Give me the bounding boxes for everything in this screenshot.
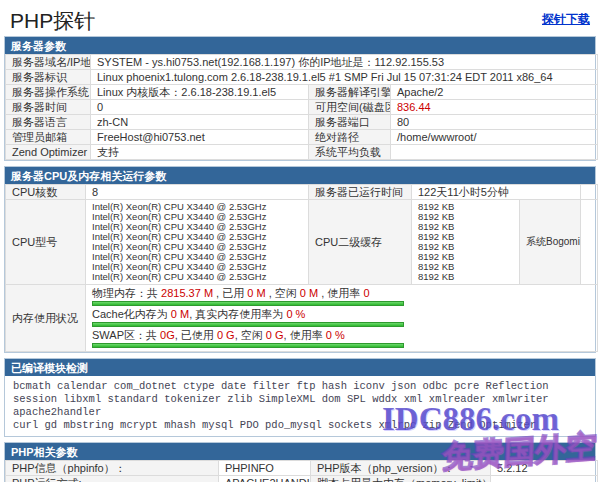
table-row: 服务器时间 0 可用空间(磁盘区) 836.44 — [6, 100, 598, 115]
row-value: APACHE2HANDLER — [219, 476, 311, 482]
php-params-table: PHP信息（phpinfo）： PHPINFO PHP版本（php_versio… — [5, 460, 598, 482]
memory-limit-value — [491, 476, 598, 482]
section-server-params: 服务器参数 服务器域名/IP地址 SYSTEM - ys.hi0753.net(… — [4, 36, 596, 161]
section-header-php-params: PHP相关参数 — [5, 443, 595, 460]
bogomips-value — [581, 200, 598, 285]
cache-memory-line: Cache化内存为 0 M, 真实内存使用率为 0 % — [92, 308, 591, 321]
row-label: 脚本占用最大内存（memory_limit）： — [311, 476, 491, 482]
row-label: PHP版本（php_version）： — [311, 461, 491, 476]
row-value: SYSTEM - ys.hi0753.net(192.168.1.197) 你的… — [91, 55, 598, 70]
table-row: PHP运行方式: APACHE2HANDLER 脚本占用最大内存（memory_… — [6, 476, 598, 482]
row-label: 绝对路径 — [309, 130, 391, 145]
disk-free-value: 836.44 — [391, 100, 598, 115]
row-value: zh-CN — [91, 115, 309, 130]
row-label: 服务器解译引擎 — [309, 85, 391, 100]
row-label: 服务器标识 — [6, 70, 91, 85]
section-header-compiled-modules: 已编译模块检测 — [5, 359, 595, 376]
swap-line: SWAP区：共 0G, 已使用 0 G, 空闲 0 G, 使用率 0 % — [92, 329, 591, 342]
module-list: bcmath calendar com_dotnet ctype date fi… — [5, 376, 595, 436]
table-row: 服务器语言 zh-CN 服务器端口 80 — [6, 115, 598, 130]
row-value — [391, 145, 598, 160]
section-php-params: PHP相关参数 PHP信息（phpinfo）： PHPINFO PHP版本（ph… — [4, 442, 596, 482]
cache-progress-bar — [92, 322, 404, 327]
table-row: PHP信息（phpinfo）： PHPINFO PHP版本（php_versio… — [6, 461, 598, 476]
row-label: 可用空间(磁盘区) — [309, 100, 391, 115]
memory-progress-bar — [92, 301, 404, 306]
table-row: 服务器标识 Linux phoenix1.tulong.com 2.6.18-2… — [6, 70, 598, 85]
cpu-cache-list: 8192 KB 8192 KB 8192 KB 8192 KB 8192 KB … — [412, 200, 520, 285]
table-row: CPU核数 8 服务器已运行时间 122天11小时5分钟 — [6, 185, 598, 200]
row-label: Zend Optimizer — [6, 145, 91, 160]
row-label: 服务器操作系统 — [6, 85, 91, 100]
table-row: 管理员邮箱 FreeHost@hi0753.net 绝对路径 /home/www… — [6, 130, 598, 145]
section-header-cpu-memory: 服务器CPU及内存相关运行参数 — [5, 167, 595, 184]
row-label: 服务器端口 — [309, 115, 391, 130]
phpinfo-value: PHPINFO — [219, 461, 311, 476]
swap-progress-bar — [92, 343, 404, 348]
table-row: 服务器操作系统 Linux 内核版本：2.6.18-238.19.1.el5 服… — [6, 85, 598, 100]
row-value: /home/wwwroot/ — [391, 130, 598, 145]
table-row: Zend Optimizer 支持 系统平均负载 — [6, 145, 598, 160]
row-value: Linux 内核版本：2.6.18-238.19.1.el5 — [91, 85, 309, 100]
table-row: 内存使用状况 物理内存：共 2815.37 M , 已用 0 M , 空闲 0 … — [6, 285, 598, 352]
cpu-cores-value: 8 — [86, 185, 309, 200]
row-value: 支持 — [91, 145, 309, 160]
row-label: CPU核数 — [6, 185, 86, 200]
row-value: FreeHost@hi0753.net — [91, 130, 309, 145]
cpu-model-list: Intel(R) Xeon(R) CPU X3440 @ 2.53GHz Int… — [86, 200, 309, 285]
memory-usage-cell: 物理内存：共 2815.37 M , 已用 0 M , 空闲 0 M , 使用率… — [86, 285, 598, 352]
row-label: 服务器已运行时间 — [309, 185, 412, 200]
section-compiled-modules: 已编译模块检测 bcmath calendar com_dotnet ctype… — [4, 358, 596, 437]
top-bar: PHP探针 探针下载 — [0, 0, 600, 36]
page-title: PHP探针 — [10, 7, 95, 35]
row-value: 80 — [391, 115, 598, 130]
module-line: curl gd mbstring mcrypt mhash mysql PDO … — [13, 419, 587, 432]
row-label: 内存使用状况 — [6, 285, 86, 352]
empty-cell — [581, 185, 598, 200]
server-params-table: 服务器域名/IP地址 SYSTEM - ys.hi0753.net(192.16… — [5, 54, 598, 160]
row-value: Apache/2 — [391, 85, 598, 100]
physical-memory-line: 物理内存：共 2815.37 M , 已用 0 M , 空闲 0 M , 使用率… — [92, 287, 591, 300]
table-row: CPU型号 Intel(R) Xeon(R) CPU X3440 @ 2.53G… — [6, 200, 598, 285]
row-label: PHP信息（phpinfo）： — [6, 461, 219, 476]
php-version-value: 5.2.12 — [491, 461, 598, 476]
row-label: 管理员邮箱 — [6, 130, 91, 145]
row-label: 服务器时间 — [6, 100, 91, 115]
table-row: 服务器域名/IP地址 SYSTEM - ys.hi0753.net(192.16… — [6, 55, 598, 70]
row-label: 系统Bogomips — [520, 200, 581, 285]
row-label: PHP运行方式: — [6, 476, 219, 482]
section-header-server-params: 服务器参数 — [5, 37, 595, 54]
row-label: CPU二级缓存 — [309, 200, 412, 285]
row-label: CPU型号 — [6, 200, 86, 285]
uptime-value: 122天11小时5分钟 — [412, 185, 581, 200]
row-label: 服务器域名/IP地址 — [6, 55, 91, 70]
module-line: bcmath calendar com_dotnet ctype date fi… — [13, 380, 587, 393]
row-value: 0 — [91, 100, 309, 115]
probe-download-link[interactable]: 探针下载 — [542, 11, 590, 28]
row-label: 服务器语言 — [6, 115, 91, 130]
cpu-memory-table: CPU核数 8 服务器已运行时间 122天11小时5分钟 CPU型号 Intel… — [5, 184, 598, 352]
row-label: 系统平均负载 — [309, 145, 391, 160]
module-line: session libxml standard tokenizer zlib S… — [13, 393, 587, 419]
section-cpu-memory: 服务器CPU及内存相关运行参数 CPU核数 8 服务器已运行时间 122天11小… — [4, 166, 596, 353]
row-value: Linux phoenix1.tulong.com 2.6.18-238.19.… — [91, 70, 598, 85]
